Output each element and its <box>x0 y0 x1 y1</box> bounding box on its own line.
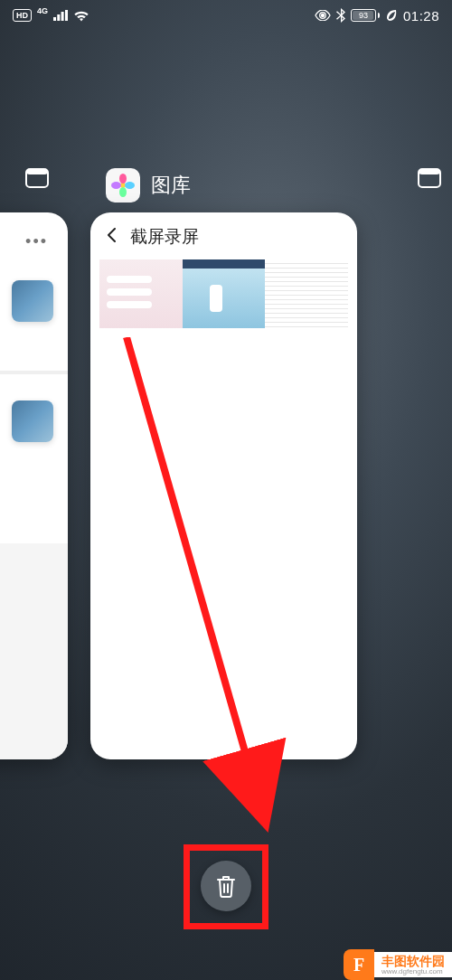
more-icon[interactable]: ••• <box>25 232 48 251</box>
svg-rect-2 <box>26 169 48 174</box>
gallery-thumb[interactable] <box>265 259 348 328</box>
svg-point-5 <box>125 182 135 189</box>
network-gen: 4G <box>37 6 48 15</box>
watermark-badge: F <box>344 949 374 980</box>
window-icon[interactable] <box>25 168 49 192</box>
battery-icon: 93 <box>351 9 380 22</box>
wallpaper-thumb <box>12 400 53 442</box>
status-bar: HD 4G 93 01:28 <box>0 0 452 31</box>
chat-attachment-panel: ＋ 位置 文件 <box>0 543 68 759</box>
watermark-cn: 丰图软件园 <box>381 955 445 967</box>
clock-time: 01:28 <box>403 8 439 24</box>
eye-icon <box>315 10 331 21</box>
app-header-left <box>25 168 49 192</box>
gallery-thumb-row <box>90 259 357 328</box>
svg-point-7 <box>111 182 121 189</box>
wifi-icon <box>73 10 89 22</box>
app-header-right <box>416 168 443 192</box>
hd-badge: HD <box>13 9 32 22</box>
gallery-app-icon[interactable] <box>106 168 140 203</box>
clear-all-button[interactable] <box>201 861 251 911</box>
app-header-main: 图库 <box>106 168 191 203</box>
gallery-folder-title: 截屏录屏 <box>130 225 199 249</box>
svg-point-4 <box>119 174 127 184</box>
back-icon[interactable] <box>103 226 121 248</box>
svg-rect-9 <box>419 169 440 174</box>
signal-icon <box>53 10 68 21</box>
recents-card-left[interactable]: ••• ＋ 位置 <box>0 212 68 759</box>
svg-point-6 <box>119 187 127 197</box>
gallery-thumb[interactable] <box>99 259 183 328</box>
battery-percent: 93 <box>359 11 368 20</box>
leaf-icon <box>385 9 398 22</box>
bluetooth-icon <box>336 8 345 23</box>
gallery-thumb[interactable] <box>183 259 266 328</box>
watermark-en: www.dgfengtu.com <box>381 967 445 976</box>
svg-point-0 <box>321 14 325 17</box>
window-icon[interactable] <box>418 168 441 192</box>
app-title: 图库 <box>151 172 191 199</box>
site-watermark: F 丰图软件园 www.dgfengtu.com <box>344 949 452 980</box>
trash-icon <box>215 874 237 898</box>
wallpaper-thumb <box>12 280 53 322</box>
recents-card-main[interactable]: 截屏录屏 <box>90 212 357 759</box>
